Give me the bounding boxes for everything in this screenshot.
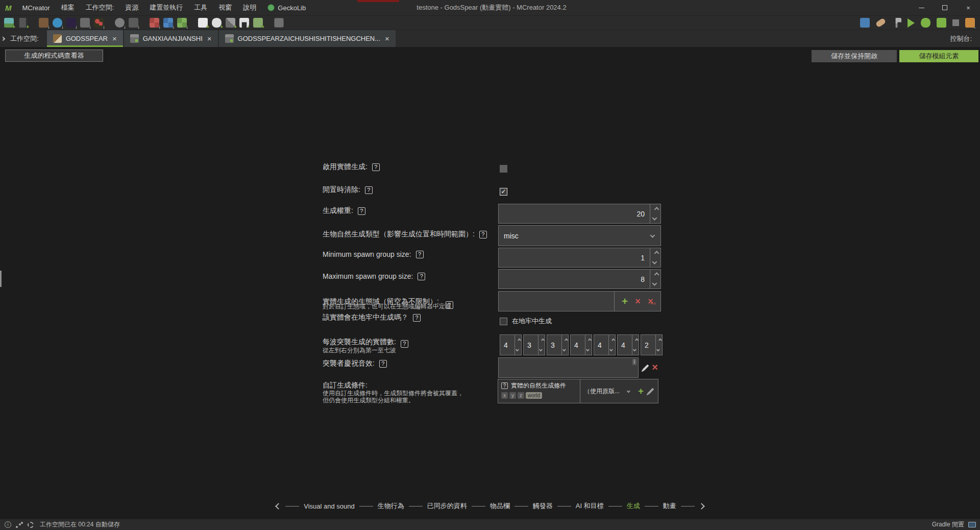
import-music-disc-icon[interactable]: ↓ xyxy=(115,18,125,28)
maximize-button[interactable] xyxy=(933,0,957,15)
help-icon[interactable]: ? xyxy=(418,273,425,280)
spin-up-button[interactable] xyxy=(650,204,660,214)
nav-animations[interactable]: 動畫 xyxy=(663,501,676,511)
help-icon[interactable]: ? xyxy=(479,231,487,238)
nav-ai-and-goals[interactable]: AI 和目標 xyxy=(576,501,604,511)
spawn-condition-dropdown[interactable]: （使用原版... xyxy=(580,379,634,403)
spin-down-button[interactable] xyxy=(609,345,615,355)
close-button[interactable]: × xyxy=(957,0,980,15)
run-client-icon[interactable] xyxy=(908,18,915,28)
dungeon-checkbox[interactable] xyxy=(500,318,507,325)
help-icon[interactable]: ? xyxy=(372,163,380,171)
new-background-image-icon[interactable]: + xyxy=(4,18,14,28)
new-cloud-icon[interactable]: + xyxy=(212,18,222,28)
nav-visual-and-sound[interactable]: Visual and sound xyxy=(304,502,355,510)
stop-gradle-icon[interactable] xyxy=(952,19,959,26)
menu-file[interactable]: 檔案 xyxy=(56,3,80,12)
spin-up-button[interactable] xyxy=(650,248,660,258)
gear-icon[interactable] xyxy=(28,522,34,528)
raid-sound-field[interactable]: i xyxy=(498,357,639,378)
workspace-panel-toggle[interactable] xyxy=(0,30,6,47)
workspace-tab-label[interactable]: 工作空間: xyxy=(6,34,47,43)
nav-triggers[interactable]: 觸發器 xyxy=(533,501,553,511)
wave-2-value[interactable]: 3 xyxy=(524,335,538,355)
nav-inventory[interactable]: 物品欄 xyxy=(490,501,510,511)
new-plant-icon[interactable]: + xyxy=(253,18,263,28)
console-monitor-icon[interactable] xyxy=(968,522,976,527)
menu-workspace[interactable]: 工作空間: xyxy=(80,3,120,12)
build-hammer-icon[interactable] xyxy=(892,18,901,28)
add-biome-icon[interactable]: + xyxy=(622,296,628,306)
new-armor-icon[interactable]: + xyxy=(239,18,249,28)
nav-spawning[interactable]: 生成 xyxy=(627,501,640,511)
help-icon[interactable]: ? xyxy=(358,207,365,215)
remove-all-biomes-icon[interactable]: ×ALL xyxy=(648,297,653,306)
open-workspace-folder-icon[interactable] xyxy=(860,18,870,28)
edit-condition-icon[interactable] xyxy=(647,388,654,395)
wave-5-value[interactable]: 4 xyxy=(594,335,608,355)
menu-mcreator[interactable]: MCreator xyxy=(17,4,56,12)
spin-down-button[interactable] xyxy=(656,345,662,355)
max-group-input[interactable] xyxy=(499,270,650,288)
spin-up-button[interactable] xyxy=(632,335,639,345)
menu-tools[interactable]: 工具 xyxy=(188,3,213,12)
add-condition-icon[interactable]: + xyxy=(638,386,644,396)
import-red-tiles-icon[interactable]: ↓ xyxy=(150,18,159,28)
menu-help[interactable]: 說明 xyxy=(237,3,262,12)
spin-up-button[interactable] xyxy=(538,335,545,345)
min-group-input[interactable] xyxy=(499,248,650,267)
spin-down-button[interactable] xyxy=(538,345,545,355)
code-viewer-button[interactable]: 生成的程式碼查看器 xyxy=(5,50,103,62)
console-tab-label[interactable]: 控制台: xyxy=(950,34,980,43)
wave-7-value[interactable]: 2 xyxy=(641,335,655,355)
info-icon[interactable]: i xyxy=(5,521,11,528)
spin-up-button[interactable] xyxy=(609,335,615,345)
workflow-icon[interactable] xyxy=(16,522,23,528)
spin-up-button[interactable] xyxy=(656,335,662,345)
menu-resources[interactable]: 資源 xyxy=(119,3,144,12)
tab-close-icon[interactable]: × xyxy=(385,34,389,43)
help-icon[interactable]: ? xyxy=(501,382,508,389)
spin-up-button[interactable] xyxy=(562,335,568,345)
spin-down-button[interactable] xyxy=(650,279,660,289)
new-animation-icon[interactable]: + xyxy=(18,18,28,28)
save-keep-open-button[interactable]: 儲存並保持開啟 xyxy=(812,50,897,62)
wave-6-value[interactable]: 4 xyxy=(618,335,632,355)
biome-list-value[interactable] xyxy=(499,292,615,311)
build-log-icon[interactable] xyxy=(937,18,946,28)
spin-down-button[interactable] xyxy=(632,345,639,355)
debug-bug-icon[interactable] xyxy=(921,18,930,28)
enable-spawning-checkbox[interactable] xyxy=(500,165,507,173)
help-icon[interactable]: ? xyxy=(413,314,421,322)
weight-input[interactable] xyxy=(499,204,650,223)
tab-close-icon[interactable]: × xyxy=(207,34,212,43)
spin-down-button[interactable] xyxy=(650,258,660,268)
import-fluid-texture-icon[interactable]: ↓ xyxy=(53,18,62,28)
menu-window[interactable]: 視窗 xyxy=(213,3,237,12)
spin-up-button[interactable] xyxy=(515,335,521,345)
splitter-handle[interactable] xyxy=(0,271,2,287)
spawn-type-dropdown[interactable]: misc xyxy=(498,225,661,246)
patch-icon[interactable] xyxy=(875,18,887,28)
clear-sound-button[interactable]: × xyxy=(649,362,660,373)
nav-next-icon[interactable] xyxy=(698,503,705,510)
menu-build-run[interactable]: 建置並執行 xyxy=(144,3,188,12)
nav-behaviour[interactable]: 生物行為 xyxy=(378,501,404,511)
wave-1-value[interactable]: 4 xyxy=(500,335,514,355)
new-mob-icon[interactable]: + xyxy=(198,18,208,28)
spin-down-button[interactable] xyxy=(515,345,521,355)
tab-close-icon[interactable]: × xyxy=(112,34,117,43)
despawn-idle-checkbox[interactable]: ✓ xyxy=(500,188,507,196)
tab-godsspear[interactable]: GODSSPEAR × xyxy=(47,30,124,47)
import-particle-icon[interactable]: ↓ xyxy=(94,18,104,28)
help-icon[interactable]: ? xyxy=(401,340,408,348)
help-icon[interactable]: ? xyxy=(379,360,387,368)
tab-godsspearzaichushi[interactable]: GODSSPEARZAICHUSHISHITISHENGCHEN... × xyxy=(219,30,397,47)
minimize-button[interactable] xyxy=(910,0,933,15)
new-tool-icon[interactable]: + xyxy=(226,18,235,28)
import-blue-tiles-icon[interactable]: ↓ xyxy=(163,18,173,28)
wave-4-value[interactable]: 4 xyxy=(571,335,585,355)
spin-down-button[interactable] xyxy=(650,214,660,224)
import-block-texture-icon[interactable]: ↓ xyxy=(39,18,48,28)
wave-3-value[interactable]: 3 xyxy=(547,335,561,355)
